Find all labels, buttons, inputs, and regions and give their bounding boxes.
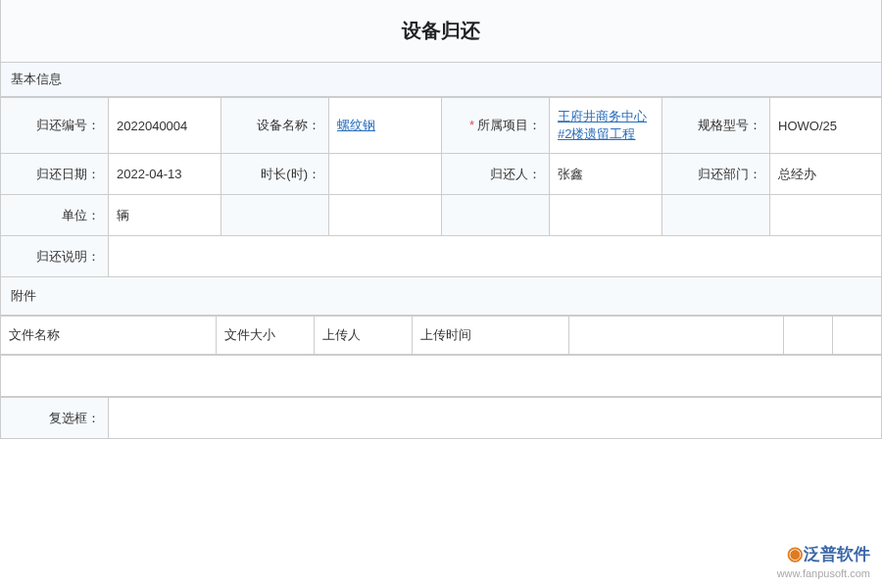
col-uploadtime: 上传时间 [413, 317, 569, 355]
label-equip-name: 设备名称： [221, 98, 329, 154]
label-checkbox: 复选框： [1, 398, 109, 439]
col-blank3 [833, 317, 882, 355]
label-spec: 规格型号： [662, 98, 770, 154]
value-return-no: 2022040004 [109, 98, 221, 154]
value-desc [109, 236, 882, 277]
checkbox-table: 复选框： [0, 397, 882, 439]
label-returner: 归还人： [442, 154, 550, 195]
col-blank1 [569, 317, 784, 355]
required-icon: * [469, 118, 474, 132]
label-return-no: 归还编号： [1, 98, 109, 154]
value-returner: 张鑫 [550, 154, 662, 195]
logo-icon: ◉ [787, 543, 804, 564]
value-unit: 辆 [109, 195, 221, 236]
watermark-url: www.fanpusoft.com [777, 566, 870, 580]
label-project: *所属项目： [442, 98, 550, 154]
project-link[interactable]: 王府井商务中心#2楼遗留工程 [558, 109, 647, 141]
label-return-date: 归还日期： [1, 154, 109, 195]
attachments-table: 文件名称 文件大小 上传人 上传时间 [0, 316, 882, 355]
label-dept: 归还部门： [662, 154, 770, 195]
value-spec: HOWO/25 [770, 98, 882, 154]
spacer-table [0, 355, 882, 397]
page-title: 设备归还 [1, 18, 881, 44]
page-header: 设备归还 [0, 0, 882, 63]
label-unit: 单位： [1, 195, 109, 236]
value-project: 王府井商务中心#2楼遗留工程 [550, 98, 662, 154]
value-dept: 总经办 [770, 154, 882, 195]
section-attachments: 附件 [0, 277, 882, 316]
basic-info-table: 归还编号： 2022040004 设备名称： 螺纹钢 *所属项目： 王府井商务中… [0, 97, 882, 277]
col-blank2 [784, 317, 833, 355]
value-return-date: 2022-04-13 [109, 154, 221, 195]
watermark: ◉泛普软件 www.fanpusoft.com [777, 542, 870, 580]
value-equip-name: 螺纹钢 [329, 98, 442, 154]
label-duration: 时长(时)： [221, 154, 329, 195]
watermark-brand: ◉泛普软件 [777, 542, 870, 566]
value-duration [329, 154, 442, 195]
section-basic-info: 基本信息 [0, 63, 882, 97]
col-filename: 文件名称 [1, 317, 217, 355]
label-desc: 归还说明： [1, 236, 109, 277]
equip-name-link[interactable]: 螺纹钢 [337, 118, 375, 132]
col-uploader: 上传人 [315, 317, 413, 355]
col-filesize: 文件大小 [217, 317, 315, 355]
value-checkbox [109, 398, 882, 439]
